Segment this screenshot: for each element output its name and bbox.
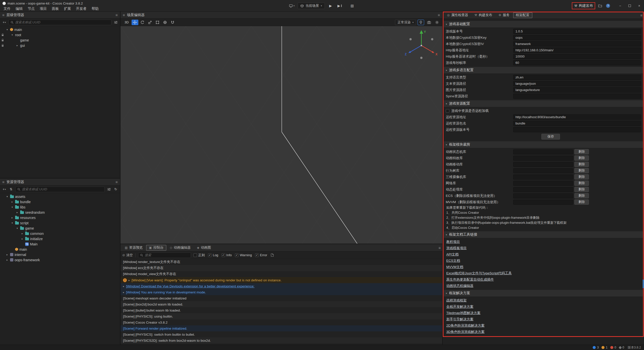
console-tab[interactable]: ◇ 动画编辑器 bbox=[167, 245, 193, 251]
panel-options-icon[interactable]: ≡ bbox=[438, 13, 440, 17]
remote-load-checkbox[interactable] bbox=[446, 109, 449, 113]
tree-node[interactable]: ▾ ▸ initialize bbox=[0, 236, 120, 241]
doc-link[interactable]: 游戏模板项目 bbox=[446, 246, 467, 250]
play-button[interactable]: ▶ bbox=[327, 3, 334, 9]
tree-expand-icon[interactable]: ▸ bbox=[12, 216, 13, 219]
log-row[interactable]: ! ▸ [Scene] Cocos Creator v3.8.2 bbox=[120, 319, 442, 325]
doc-link[interactable]: MVVM文档 bbox=[446, 265, 463, 269]
doc-link[interactable]: 原生包热更新配置自动生成插件 bbox=[446, 277, 494, 282]
field-input[interactable]: http://localhost:8083/assets/bundle bbox=[513, 114, 641, 120]
tree-node[interactable]: ▾ ▸ seedrandom bbox=[0, 210, 120, 215]
build-publish-button[interactable]: ⚒ 构建发布 bbox=[574, 4, 593, 8]
preview-device-button[interactable]: ▾ bbox=[289, 3, 295, 9]
tree-node[interactable]: ▾ ▸ gui bbox=[0, 43, 120, 48]
module-delete-button[interactable]: 删除 bbox=[574, 181, 589, 186]
checkbox[interactable]: ✓ bbox=[255, 253, 259, 257]
assets-search-input[interactable] bbox=[22, 187, 103, 191]
log-row[interactable]: ! ▸ [Window] render_texture文件夹不存在 bbox=[120, 259, 442, 265]
menu-item[interactable]: 项目 bbox=[37, 6, 49, 12]
hierarchy-search-input[interactable] bbox=[15, 20, 109, 24]
log-row[interactable]: ! ▸ [Window] Download the Vue Devtools e… bbox=[120, 283, 442, 289]
module-delete-button[interactable]: 删除 bbox=[574, 149, 589, 154]
render-mode-select[interactable]: 正常渲染 ▾ bbox=[395, 20, 416, 25]
doc-link[interactable]: 教程项目 bbox=[446, 240, 460, 244]
inspector-tab[interactable]: ⚙ 服务 bbox=[496, 12, 512, 18]
status-badge[interactable]: 1 bbox=[601, 346, 608, 349]
checkbox[interactable]: ✓ bbox=[193, 253, 197, 257]
console-log-list[interactable]: ! ▸ [Window] render_texture文件夹不存在 ! ▸ [W… bbox=[120, 259, 442, 345]
console-tab[interactable]: ▣ 控制台 bbox=[146, 245, 166, 251]
module-delete-button[interactable]: 删除 bbox=[574, 168, 589, 173]
inspector-tab[interactable]: ◎ 属性检查器 bbox=[444, 12, 471, 18]
doc-link[interactable]: ECS文档 bbox=[446, 258, 460, 263]
clear-console-button[interactable]: ⊘ 清空 bbox=[122, 253, 133, 257]
minimize-button[interactable]: − bbox=[615, 0, 625, 12]
maximize-button[interactable] bbox=[625, 0, 634, 12]
module-delete-button[interactable]: 删除 bbox=[574, 162, 589, 167]
tree-node[interactable]: ▾ ▸ libs bbox=[0, 204, 120, 210]
snap-tool-button[interactable] bbox=[169, 20, 176, 25]
panel-menu-icon[interactable]: ≡ bbox=[123, 13, 125, 17]
tree-expand-icon[interactable]: ▸ bbox=[17, 44, 18, 47]
solution-link[interactable]: 3D角色扮演游戏解决方案 bbox=[446, 330, 485, 334]
module-delete-button[interactable]: 删除 bbox=[574, 199, 589, 205]
move-tool-button[interactable] bbox=[132, 20, 138, 25]
section-header-modules[interactable]: ▾ 框架模块裁剪 bbox=[444, 141, 643, 148]
log-row[interactable]: ! ▸ [Scene] [box2d]:box2d wasm lib loade… bbox=[120, 301, 442, 307]
panel-menu-icon[interactable]: ≡ bbox=[2, 13, 5, 17]
console-search-input[interactable] bbox=[145, 253, 189, 257]
step-button[interactable]: ▶ bbox=[336, 3, 343, 9]
solution-link[interactable]: Tiledmap地图解决方案 bbox=[446, 311, 480, 315]
tree-node[interactable]: ▾ ▸ assets bbox=[0, 194, 120, 199]
log-row[interactable]: ! ▸ [Window] model_view文件夹不存在 bbox=[120, 271, 442, 277]
tree-collapse-icon[interactable]: ▾ bbox=[17, 227, 18, 230]
orientation-gizmo[interactable]: Y X Z bbox=[403, 27, 440, 64]
rotate-tool-button[interactable] bbox=[139, 20, 146, 25]
log-row[interactable]: ! ▸ [Window] ecs文件夹不存在 bbox=[120, 265, 442, 271]
help-icon[interactable]: ? bbox=[605, 3, 611, 9]
console-search[interactable] bbox=[138, 252, 191, 258]
module-delete-button[interactable]: 删除 bbox=[574, 174, 589, 180]
scene-camera-icon[interactable] bbox=[426, 20, 432, 25]
menu-item[interactable]: 编辑 bbox=[13, 6, 25, 12]
solution-link[interactable]: 战棋游戏框架 bbox=[446, 298, 467, 303]
module-delete-button[interactable]: 删除 bbox=[574, 193, 589, 198]
inspector-tab[interactable]: ⚒ 构建发布 bbox=[472, 12, 495, 18]
tree-expand-icon[interactable]: ▸ bbox=[22, 232, 23, 235]
tree-node[interactable]: ▾ ▸ game bbox=[0, 226, 120, 231]
tree-expand-icon[interactable]: ▸ bbox=[7, 258, 8, 261]
field-input[interactable]: zh,en bbox=[513, 75, 641, 80]
solution-link[interactable]: 新手引导解决方案 bbox=[446, 317, 473, 322]
filter-sliders-icon[interactable] bbox=[113, 20, 118, 25]
tree-expand-icon[interactable]: ▸ bbox=[7, 253, 8, 256]
filter-sliders-icon[interactable] bbox=[106, 187, 111, 192]
console-tab[interactable]: ◈ 动画图 bbox=[194, 245, 214, 251]
tree-node[interactable]: ▾ ▸ Main bbox=[0, 241, 120, 247]
field-input[interactable] bbox=[513, 94, 641, 99]
field-input[interactable]: 60 bbox=[513, 60, 641, 65]
log-row[interactable]: ! ▸ [Scene] [PHYSICS]: switch from built… bbox=[120, 331, 442, 337]
log-row[interactable]: ! ▸ [Window] You are running Vue in deve… bbox=[120, 289, 442, 295]
project-folder-icon[interactable] bbox=[597, 3, 603, 9]
module-delete-button[interactable]: 删除 bbox=[574, 187, 589, 192]
layout-grid-icon[interactable]: ⊞ bbox=[349, 3, 355, 9]
gizmo-space-toggle-button[interactable] bbox=[162, 20, 169, 25]
section-header-i18n[interactable]: ▾ 游戏多语言配置 bbox=[444, 67, 643, 73]
section-header-basic[interactable]: ▾ 游戏基础配置 bbox=[444, 21, 643, 27]
doc-link[interactable]: Excel格式转Json文件与TypeScript代码工具 bbox=[446, 271, 512, 276]
dimension-toggle-button[interactable]: 3D bbox=[123, 20, 131, 25]
tree-node[interactable]: ▾ ▸ internal bbox=[0, 252, 120, 257]
checkbox[interactable]: ✓ bbox=[208, 253, 212, 257]
tree-node[interactable]: ▾ ▸ game bbox=[0, 37, 120, 43]
doc-link[interactable]: 动画状态机编辑器 bbox=[446, 284, 473, 288]
menu-item[interactable]: 帮助 bbox=[89, 6, 101, 12]
assets-search[interactable] bbox=[15, 187, 105, 192]
hierarchy-search[interactable] bbox=[9, 20, 111, 25]
field-input[interactable]: oops bbox=[513, 35, 641, 40]
tree-expand-icon[interactable]: ▸ bbox=[12, 200, 13, 203]
log-row[interactable]: ! ▸ [Scene] [PHYSICS2D]: switch from box… bbox=[120, 337, 442, 343]
menu-item[interactable]: 节点 bbox=[25, 6, 37, 12]
tree-node[interactable]: ▾ ▸ main bbox=[0, 27, 120, 32]
section-header-docs[interactable]: ▾ 框架文档工具链接 bbox=[444, 231, 643, 238]
log-expand-icon[interactable]: ▸ bbox=[123, 285, 124, 288]
